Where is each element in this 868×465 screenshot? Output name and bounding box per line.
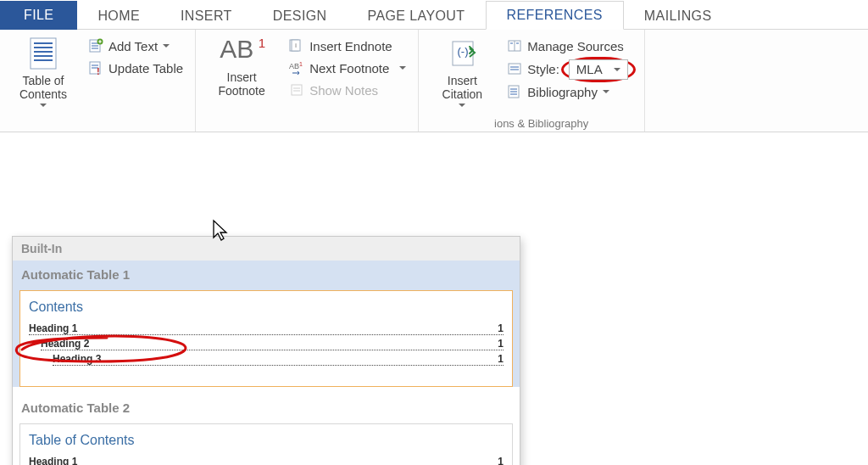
chevron-down-icon bbox=[459, 104, 465, 110]
show-notes-button: Show Notes bbox=[284, 81, 411, 99]
add-text-label: Add Text bbox=[108, 39, 158, 53]
svg-text:!: ! bbox=[97, 66, 100, 76]
group-citations-bibliography: (-) Insert Citation bbox=[419, 30, 645, 132]
gallery-item-title: Automatic Table 2 bbox=[13, 394, 520, 420]
manage-sources-button[interactable]: Manage Sources bbox=[502, 36, 637, 55]
update-table-label: Update Table bbox=[108, 61, 183, 76]
ribbon-tabstrip: FILE HOME INSERT DESIGN PAGE LAYOUT REFE… bbox=[0, 0, 868, 30]
manage-sources-label: Manage Sources bbox=[527, 39, 623, 53]
svg-rect-31 bbox=[509, 64, 520, 74]
annotation-mla-circle: MLA bbox=[561, 57, 636, 82]
table-of-contents-icon bbox=[29, 36, 58, 70]
chevron-down-icon bbox=[603, 90, 609, 97]
insert-citation-icon: (-) bbox=[448, 36, 476, 70]
toc-preview-row: Heading 11 bbox=[29, 453, 504, 465]
svg-rect-5 bbox=[34, 59, 53, 61]
gallery-item-title: Automatic Table 1 bbox=[13, 261, 520, 287]
toc-preview-row: Heading 31 bbox=[53, 350, 504, 366]
chevron-down-icon bbox=[40, 104, 47, 110]
toc-preview-row: Heading 11 bbox=[29, 320, 504, 335]
chevron-down-icon bbox=[399, 66, 406, 73]
tab-mailings[interactable]: MAILINGS bbox=[624, 3, 732, 30]
insert-citation-button[interactable]: (-) Insert Citation bbox=[424, 35, 500, 112]
bibliography-label: Bibliography bbox=[527, 85, 598, 99]
svg-rect-2 bbox=[34, 47, 53, 48]
insert-endnote-button[interactable]: i Insert Endnote bbox=[284, 36, 411, 55]
ribbon-body: Table of Contents Add Text bbox=[0, 30, 868, 132]
chevron-down-icon bbox=[614, 68, 620, 75]
insert-footnote-button[interactable]: AB1 Insert Footnote bbox=[201, 35, 282, 99]
gallery-header-builtin: Built-In bbox=[13, 237, 520, 261]
group-label-text: ions & Bibliography bbox=[494, 117, 588, 130]
gallery-item-automatic-table-2[interactable]: Automatic Table 2 Table of Contents Head… bbox=[13, 394, 520, 465]
add-text-icon bbox=[88, 38, 103, 53]
toc-preview-row: Heading 21 bbox=[41, 335, 504, 350]
manage-sources-icon bbox=[507, 38, 522, 53]
gallery-item-automatic-table-1[interactable]: Automatic Table 1 Contents Heading 11 He… bbox=[13, 261, 520, 387]
add-text-button[interactable]: Add Text bbox=[83, 36, 188, 55]
tab-file[interactable]: FILE bbox=[0, 1, 77, 30]
tab-page-layout[interactable]: PAGE LAYOUT bbox=[348, 3, 486, 30]
citation-style-value: MLA bbox=[576, 60, 603, 79]
style-icon bbox=[507, 61, 522, 76]
next-footnote-icon: AB 1 bbox=[289, 60, 304, 76]
bibliography-icon bbox=[507, 84, 522, 99]
group-label-citations: Citaions & Bibliography bbox=[424, 114, 639, 130]
svg-rect-22 bbox=[292, 85, 302, 95]
citation-style-select[interactable]: MLA bbox=[569, 59, 628, 80]
table-of-contents-label: Table of Contents bbox=[19, 74, 67, 101]
update-table-button[interactable]: ! Update Table bbox=[83, 59, 188, 77]
toc-preview-1: Contents Heading 11 Heading 21 Heading 3… bbox=[19, 290, 513, 387]
tab-home[interactable]: HOME bbox=[77, 3, 160, 30]
svg-text:1: 1 bbox=[299, 61, 303, 67]
svg-text:(-): (-) bbox=[458, 45, 469, 58]
style-label: Style: bbox=[527, 62, 559, 76]
svg-text:AB: AB bbox=[289, 62, 299, 70]
insert-footnote-label: Insert Footnote bbox=[218, 70, 264, 98]
citation-style-row: Style: MLA bbox=[502, 59, 637, 79]
insert-endnote-label: Insert Endnote bbox=[309, 39, 392, 53]
bibliography-button[interactable]: Bibliography bbox=[502, 82, 637, 101]
chevron-down-icon bbox=[163, 44, 170, 51]
group-table-of-contents: Table of Contents Add Text bbox=[0, 30, 196, 132]
svg-rect-3 bbox=[34, 51, 53, 53]
tab-design[interactable]: DESIGN bbox=[253, 3, 348, 30]
show-notes-label: Show Notes bbox=[309, 83, 378, 98]
tab-insert[interactable]: INSERT bbox=[160, 3, 253, 30]
svg-rect-1 bbox=[34, 42, 53, 44]
toc-preview-2: Table of Contents Heading 11 Heading 21 … bbox=[19, 423, 513, 465]
table-of-contents-gallery[interactable]: Built-In Automatic Table 1 Contents Head… bbox=[12, 236, 520, 465]
table-of-contents-button[interactable]: Table of Contents bbox=[5, 35, 81, 112]
insert-citation-label: Insert Citation bbox=[442, 74, 482, 101]
group-footnotes: AB1 Insert Footnote i Insert Endnote A bbox=[196, 30, 419, 132]
insert-footnote-icon: AB1 bbox=[220, 36, 264, 70]
tab-references[interactable]: REFERENCES bbox=[486, 1, 624, 30]
toc-preview-title: Table of Contents bbox=[29, 433, 504, 448]
svg-rect-4 bbox=[34, 55, 53, 57]
toc-preview-title: Contents bbox=[29, 300, 504, 315]
insert-endnote-icon: i bbox=[289, 38, 304, 53]
update-table-icon: ! bbox=[88, 60, 103, 76]
show-notes-icon bbox=[289, 82, 304, 98]
next-footnote-label: Next Footnote bbox=[309, 61, 389, 76]
next-footnote-button[interactable]: AB 1 Next Footnote bbox=[284, 59, 411, 77]
